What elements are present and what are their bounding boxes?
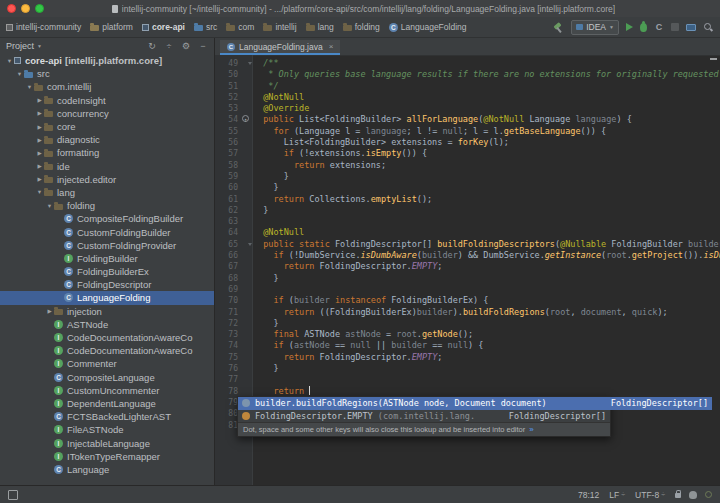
expander-icon[interactable]: [35, 124, 44, 130]
tree-item-com.intellij[interactable]: com.intellij: [0, 80, 214, 93]
completion-item[interactable]: builder.buildFoldRegions(ASTNode node, D…: [238, 397, 712, 410]
code-line-70[interactable]: 70 if (builder instanceof FoldingBuilder…: [215, 295, 720, 306]
code-line-55[interactable]: 55 for (Language l = language; l != null…: [215, 126, 720, 137]
tree-item-customuncommenter[interactable]: CustomUncommenter: [0, 384, 214, 397]
minimize-window-button[interactable]: [21, 4, 30, 13]
tree-item-codedocumentationawareco[interactable]: CodeDocumentationAwareCo: [0, 344, 214, 357]
line-separator-widget[interactable]: LF: [609, 490, 625, 500]
code-line-67[interactable]: 67 return FoldingDescriptor.EMPTY;: [215, 261, 720, 272]
project-panel-header[interactable]: Project ▼ ↻÷⚙−: [0, 38, 214, 54]
code-line-62[interactable]: 62 }: [215, 205, 720, 216]
breadcrumb-src[interactable]: src: [194, 22, 217, 32]
window-icon[interactable]: [686, 24, 696, 31]
expander-icon[interactable]: [25, 84, 34, 90]
tree-item-customfoldingbuilder[interactable]: CustomFoldingBuilder: [0, 225, 214, 238]
expander-icon[interactable]: [35, 97, 44, 103]
encoding-widget[interactable]: UTF-8: [635, 490, 665, 500]
expander-icon[interactable]: [35, 110, 44, 116]
override-method-icon[interactable]: [242, 115, 249, 122]
breadcrumb-core-api[interactable]: core-api: [142, 22, 185, 32]
code-line-59[interactable]: 59 }: [215, 171, 720, 182]
expander-icon[interactable]: [35, 176, 44, 182]
close-window-button[interactable]: [7, 4, 16, 13]
tree-item-src[interactable]: src: [0, 67, 214, 80]
code-line-75[interactable]: 75 return FoldingDescriptor.EMPTY;: [215, 352, 720, 363]
code-line-58[interactable]: 58 return extensions;: [215, 160, 720, 171]
tree-item-codedocumentationawareco[interactable]: CodeDocumentationAwareCo: [0, 331, 214, 344]
tree-item-foldingbuilder[interactable]: FoldingBuilder: [0, 252, 214, 265]
hide-icon[interactable]: −: [198, 41, 208, 51]
settings-icon[interactable]: ⚙: [181, 41, 191, 51]
fold-icon[interactable]: [248, 243, 252, 246]
expander-icon[interactable]: [5, 58, 14, 64]
tree-item-compositelanguage[interactable]: CompositeLanguage: [0, 371, 214, 384]
tree-item-fctsbackedlighterast[interactable]: FCTSBackedLighterAST: [0, 410, 214, 423]
run-configuration-select[interactable]: IDEA▼: [571, 20, 619, 35]
code-line-49[interactable]: 49 /**: [215, 58, 720, 69]
tree-item-itokentyperemapper[interactable]: ITokenTypeRemapper: [0, 450, 214, 463]
hint-more-link[interactable]: »: [529, 425, 533, 434]
expander-icon[interactable]: [35, 189, 44, 195]
code-line-57[interactable]: 57 if (!extensions.isEmpty()) {: [215, 148, 720, 159]
editor-tab-languagefolding[interactable]: LanguageFolding.java: [220, 40, 340, 55]
code-line-60[interactable]: 60 }: [215, 182, 720, 193]
expander-icon[interactable]: [15, 71, 24, 77]
code-line-76[interactable]: 76 }: [215, 363, 720, 374]
tree-item-diagnostic[interactable]: diagnostic: [0, 133, 214, 146]
completion-item[interactable]: FoldingDescriptor.EMPTY (com.intellij.la…: [238, 410, 610, 423]
tree-item-language[interactable]: Language: [0, 463, 214, 476]
code-line-73[interactable]: 73 final ASTNode astNode = root.getNode(…: [215, 329, 720, 340]
tree-item-core-api[interactable]: core-api[intellij.platform.core]: [0, 54, 214, 67]
close-tab-icon[interactable]: [329, 42, 334, 51]
build-icon[interactable]: [553, 22, 564, 33]
code-line-74[interactable]: 74 if (astNode == null || builder == nul…: [215, 340, 720, 351]
breadcrumb-intellij-community[interactable]: intellij-community: [6, 22, 81, 32]
fold-icon[interactable]: [248, 62, 252, 65]
tree-item-lang[interactable]: lang: [0, 186, 214, 199]
breadcrumb-LanguageFolding[interactable]: LanguageFolding: [389, 22, 467, 32]
tree-item-core[interactable]: core: [0, 120, 214, 133]
expander-icon[interactable]: [35, 137, 44, 143]
tree-item-injected.editor[interactable]: injected.editor: [0, 173, 214, 186]
tree-item-foldingdescriptor[interactable]: FoldingDescriptor: [0, 278, 214, 291]
expander-icon[interactable]: [35, 163, 44, 169]
code-line-61[interactable]: 61 return Collections.emptyList();: [215, 194, 720, 205]
run-icon[interactable]: [626, 23, 633, 31]
tree-item-foldingbuilderex[interactable]: FoldingBuilderEx: [0, 265, 214, 278]
breadcrumb-folding[interactable]: folding: [343, 22, 380, 32]
tree-item-dependentlanguage[interactable]: DependentLanguage: [0, 397, 214, 410]
tree-item-astnode[interactable]: ASTNode: [0, 318, 214, 331]
code-line-68[interactable]: 68 }: [215, 273, 720, 284]
tree-item-codeinsight[interactable]: codeInsight: [0, 94, 214, 107]
tree-item-ide[interactable]: ide: [0, 160, 214, 173]
code-line-52[interactable]: 52 @NotNull: [215, 92, 720, 103]
code-line-54[interactable]: 54 public List<FoldingBuilder> allForLan…: [215, 114, 720, 125]
code-line-56[interactable]: 56 List<FoldingBuilder> extensions = for…: [215, 137, 720, 148]
code-line-50[interactable]: 50 * Only queries base language results …: [215, 69, 720, 80]
expander-icon[interactable]: [45, 203, 54, 209]
code-line-71[interactable]: 71 return ((FoldingBuilderEx)builder).bu…: [215, 307, 720, 318]
tree-item-injection[interactable]: injection: [0, 305, 214, 318]
caret-position-widget[interactable]: 78:12: [578, 490, 599, 500]
search-icon[interactable]: [703, 22, 714, 33]
expander-icon[interactable]: [45, 308, 54, 314]
tree-item-folding[interactable]: folding: [0, 199, 214, 212]
chevron-down-icon[interactable]: ▼: [37, 43, 42, 49]
error-stripe-mark[interactable]: [710, 58, 717, 60]
code-line-64[interactable]: 64 @NotNull: [215, 227, 720, 238]
tool-window-toggle-icon[interactable]: [8, 490, 18, 500]
tree-item-languagefolding[interactable]: LanguageFolding: [0, 291, 214, 304]
tree-item-commenter[interactable]: Commenter: [0, 357, 214, 370]
code-line-77[interactable]: 77: [215, 374, 720, 385]
code-line-72[interactable]: 72 }: [215, 318, 720, 329]
tree-item-customfoldingprovider[interactable]: CustomFoldingProvider: [0, 239, 214, 252]
expander-icon[interactable]: [35, 150, 44, 156]
coverage-icon[interactable]: [654, 22, 664, 32]
tree-item-fileastnode[interactable]: FileASTNode: [0, 423, 214, 436]
code-line-66[interactable]: 66 if (!DumbService.isDumbAware(builder)…: [215, 250, 720, 261]
collapse-icon[interactable]: ÷: [164, 41, 174, 51]
code-line-51[interactable]: 51 */: [215, 81, 720, 92]
breadcrumb-platform[interactable]: platform: [90, 22, 133, 32]
code-line-63[interactable]: 63: [215, 216, 720, 227]
code-line-65[interactable]: 65 public static FoldingDescriptor[] bui…: [215, 239, 720, 250]
